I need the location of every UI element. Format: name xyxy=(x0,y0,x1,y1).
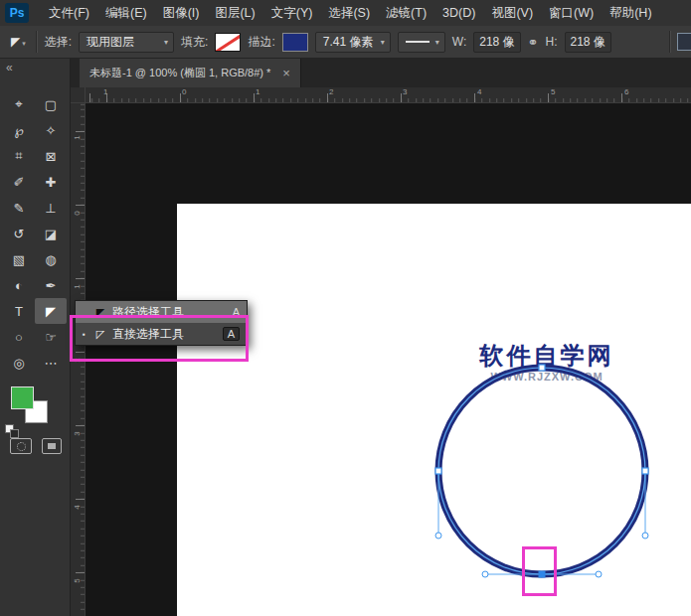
tool-options-bar: ◤ ▾ 选择: 现用图层 ▾ 填充: 描边: 7.41 像素 ▾ ▾ W: 21… xyxy=(0,26,691,59)
select-mode-dropdown[interactable]: 现用图层 ▾ xyxy=(79,32,174,53)
fill-swatch[interactable] xyxy=(215,33,241,52)
dodge-tool[interactable]: ◐ xyxy=(3,272,35,298)
path-selection-tool[interactable]: ◤ xyxy=(35,298,67,324)
stroke-label: 描边: xyxy=(248,34,274,51)
divider xyxy=(669,31,671,53)
flyout-item-shortcut: A xyxy=(233,306,240,318)
stroke-width-dropdown[interactable]: 7.41 像素 ▾ xyxy=(315,32,391,53)
flyout-item-shortcut: A xyxy=(223,327,240,341)
menu-view[interactable]: 视图(V) xyxy=(483,0,541,26)
divider xyxy=(36,31,38,53)
menu-edit[interactable]: 编辑(E) xyxy=(97,0,155,26)
menu-window[interactable]: 窗口(W) xyxy=(541,0,602,26)
menu-select[interactable]: 选择(S) xyxy=(320,0,378,26)
height-label: H: xyxy=(546,35,558,49)
tutorial-highlight-anchor xyxy=(522,546,557,596)
menu-file[interactable]: 文件(F) xyxy=(41,0,97,26)
flyout-path-selection[interactable]: ◤路径选择工具A xyxy=(76,301,247,323)
gradient-tool[interactable]: ▧ xyxy=(3,246,35,272)
lasso-tool[interactable]: ℘ xyxy=(3,117,35,143)
flyout-item-label: 直接选择工具 xyxy=(112,326,218,343)
ellipse-tool[interactable]: ○ xyxy=(3,324,35,350)
screen-mode-inner xyxy=(48,443,56,449)
no-fill-indicator xyxy=(215,33,241,52)
select-mode-value: 现用图层 xyxy=(86,34,134,51)
flyout-direct-selection-icon: ◸ xyxy=(93,328,107,341)
ruler-number: 4 xyxy=(477,87,481,96)
crop-tool[interactable]: ⌗ xyxy=(3,143,35,169)
menu-layer[interactable]: 图层(L) xyxy=(207,0,262,26)
frame-tool[interactable]: ⊠ xyxy=(35,143,67,169)
path-selection-tool-icon: ◤ xyxy=(11,36,20,48)
ruler-number: 1 xyxy=(256,87,259,96)
select-mode-label: 选择: xyxy=(45,34,72,51)
ruler-major-ticks xyxy=(86,93,691,102)
width-label: W: xyxy=(452,35,466,49)
eraser-tool[interactable]: ◪ xyxy=(35,221,67,246)
collapse-dock-button[interactable]: « xyxy=(6,61,12,75)
ruler-number: 1 xyxy=(103,87,107,96)
history-brush-tool[interactable]: ↺ xyxy=(3,221,35,246)
photoshop-logo-icon: Ps xyxy=(5,3,29,23)
quick-mask-mode-button[interactable] xyxy=(10,438,32,454)
ruler-number: 4 xyxy=(73,501,82,515)
toolbox: « ⌖▢℘✧⌗⊠✐✚✎⊥↺◪▧◍◐✒T◤○☞◎⋯ xyxy=(0,59,71,616)
eyedropper-tool[interactable]: ✐ xyxy=(3,169,35,195)
current-tool-dot: ▪ xyxy=(80,330,88,339)
ruler-vertical[interactable]: 1012345 xyxy=(70,103,86,616)
clone-stamp-tool[interactable]: ⊥ xyxy=(35,195,67,221)
foreground-color-swatch[interactable] xyxy=(11,386,34,409)
ruler-number: 0 xyxy=(73,207,82,221)
default-colors-icon[interactable] xyxy=(5,424,19,438)
solid-line-icon xyxy=(406,41,430,43)
tool-preset-button[interactable]: ◤ ▾ xyxy=(8,34,29,50)
width-field[interactable]: 218 像 xyxy=(473,32,520,53)
chevron-down-icon: ▾ xyxy=(164,38,168,47)
chevron-down-icon: ▾ xyxy=(435,38,439,47)
close-tab-icon[interactable]: × xyxy=(282,66,290,80)
blur-tool[interactable]: ◍ xyxy=(35,246,67,272)
fill-label: 填充: xyxy=(181,34,208,51)
height-field[interactable]: 218 像 xyxy=(565,32,611,53)
ruler-number: 1 xyxy=(73,131,82,145)
menu-help[interactable]: 帮助(H) xyxy=(602,0,659,26)
ruler-number: 1 xyxy=(73,280,82,294)
ruler-number: 0 xyxy=(182,87,186,96)
rectangular-marquee-tool[interactable]: ▢ xyxy=(35,91,67,117)
type-tool[interactable]: T xyxy=(3,298,35,324)
tools-grid: ⌖▢℘✧⌗⊠✐✚✎⊥↺◪▧◍◐✒T◤○☞◎⋯ xyxy=(3,91,67,376)
quick-selection-tool[interactable]: ✧ xyxy=(35,117,67,143)
chevron-down-icon: ▾ xyxy=(22,40,26,48)
brush-tool[interactable]: ✎ xyxy=(3,195,35,221)
canvas[interactable]: 软件自学网 WWW.RJZXW.COM xyxy=(177,204,691,616)
document-tab[interactable]: 未标题-1 @ 100% (椭圆 1, RGB/8#) * × xyxy=(80,59,301,87)
screen-mode-button[interactable] xyxy=(42,438,62,454)
menu-3d[interactable]: 3D(D) xyxy=(434,0,483,26)
healing-brush-tool[interactable]: ✚ xyxy=(35,169,67,195)
move-tool[interactable]: ⌖ xyxy=(3,91,35,117)
ruler-number: 2 xyxy=(73,354,82,368)
ruler-corner xyxy=(70,87,86,103)
pen-tool[interactable]: ✒ xyxy=(35,272,67,298)
zoom-tool[interactable]: ◎ xyxy=(3,350,35,376)
ellipse-shape-selection-overlay[interactable] xyxy=(177,204,691,616)
menu-filter[interactable]: 滤镜(T) xyxy=(378,0,434,26)
edit-toolbar[interactable]: ⋯ xyxy=(35,350,67,376)
ruler-horizontal[interactable]: 10123456 xyxy=(86,87,691,103)
tool-flyout-menu: ◤路径选择工具A▪◸直接选择工具A xyxy=(75,300,248,346)
menu-image[interactable]: 图像(I) xyxy=(155,0,208,26)
menu-items: 文件(F)编辑(E)图像(I)图层(L)文字(Y)选择(S)滤镜(T)3D(D)… xyxy=(41,0,660,26)
hand-tool[interactable]: ☞ xyxy=(35,324,67,350)
ruler-number: 3 xyxy=(73,427,82,441)
menu-type[interactable]: 文字(Y) xyxy=(263,0,321,26)
stroke-swatch[interactable] xyxy=(282,33,308,52)
stroke-type-dropdown[interactable]: ▾ xyxy=(398,32,445,53)
quick-mask-circle xyxy=(17,442,26,451)
menu-bar: Ps 文件(F)编辑(E)图像(I)图层(L)文字(Y)选择(S)滤镜(T)3D… xyxy=(0,0,691,27)
clipped-options-button[interactable] xyxy=(677,33,691,51)
link-dimensions-icon[interactable]: ⚭ xyxy=(528,35,539,50)
document-tab-title: 未标题-1 @ 100% (椭圆 1, RGB/8#) * xyxy=(89,66,270,80)
ruler-number: 3 xyxy=(403,87,407,96)
default-background-square xyxy=(10,429,19,438)
flyout-direct-selection[interactable]: ▪◸直接选择工具A xyxy=(76,323,247,345)
